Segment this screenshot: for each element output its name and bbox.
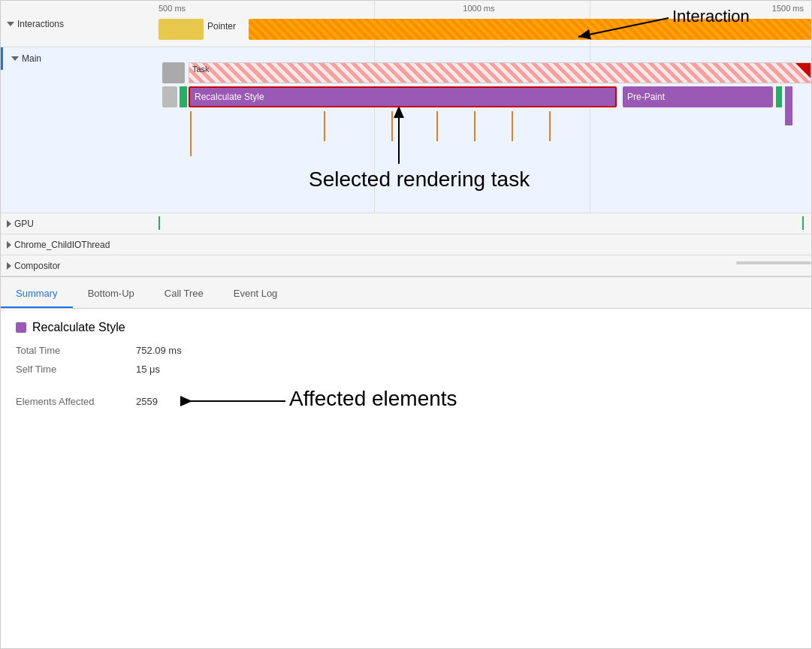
detail-title: Recalculate Style: [16, 321, 796, 334]
task-label: Task: [192, 65, 210, 74]
gpu-green-left: [158, 216, 160, 230]
affected-annotation-label: Affected elements: [289, 387, 457, 410]
svg-line-1: [578, 18, 669, 37]
prepaint-label: Pre-Paint: [627, 92, 665, 102]
collapse-interactions-icon[interactable]: [7, 22, 14, 26]
total-time-row: Total Time 752.09 ms: [16, 345, 796, 356]
tab-bottom-up-label: Bottom-Up: [88, 288, 134, 299]
task-red-corner: [795, 63, 810, 78]
self-time-row: Self Time 15 μs: [16, 364, 796, 375]
tabs-panel: Summary Bottom-Up Call Tree Event Log: [1, 277, 811, 309]
detail-panel: Recalculate Style Total Time 752.09 ms S…: [1, 309, 811, 439]
main-label: Main: [1, 47, 158, 70]
total-time-val: 752.09 ms: [136, 345, 182, 356]
self-time-val: 15 μs: [136, 364, 160, 375]
interactions-timeline: 500 ms 1000 ms 1500 ms Pointer: [158, 1, 811, 47]
affected-inner-row: Elements Affected 2559 Affected elements: [16, 382, 436, 420]
self-time-key: Self Time: [16, 364, 136, 375]
render-annotation-svg: Selected rendering task: [204, 107, 579, 198]
tab-call-tree[interactable]: Call Tree: [149, 280, 219, 308]
detail-color-box: [16, 322, 26, 333]
interactions-text: Interactions: [17, 19, 64, 29]
blue-left-bar: [1, 47, 3, 70]
total-time-key: Total Time: [16, 345, 136, 356]
gpu-text: GPU: [14, 219, 34, 229]
elements-val: 2559: [136, 396, 158, 407]
tab-event-log-label: Event Log: [234, 288, 278, 299]
tab-summary[interactable]: Summary: [1, 280, 73, 308]
recalc-label: Recalculate Style: [195, 92, 264, 102]
expand-child-io-icon[interactable]: [7, 241, 11, 249]
prepaint-bar[interactable]: Pre-Paint: [623, 86, 773, 107]
tab-call-tree-label: Call Tree: [165, 288, 204, 299]
collapse-main-icon[interactable]: [11, 56, 19, 61]
gpu-content: [158, 213, 811, 234]
pointer-label: Pointer: [207, 21, 236, 32]
gpu-row: GPU: [1, 213, 811, 234]
child-io-label: Chrome_ChildIOThread: [1, 240, 158, 250]
tab-bottom-up[interactable]: Bottom-Up: [73, 280, 149, 308]
child-io-row: Chrome_ChildIOThread: [1, 234, 811, 255]
main-timeline: Task Recalculate Style Pre-Paint: [158, 47, 811, 213]
compositor-row: Compositor: [1, 255, 811, 276]
compositor-label: Compositor: [1, 261, 158, 271]
affected-annotation-svg: Affected elements: [165, 382, 436, 420]
detail-title-text: Recalculate Style: [32, 321, 125, 334]
gray-bar-2: [162, 86, 177, 107]
child-io-text: Chrome_ChildIOThread: [14, 240, 110, 250]
interaction-annotation-text: Interaction: [672, 7, 750, 26]
interactions-label: Interactions: [1, 19, 158, 29]
expand-gpu-icon[interactable]: [7, 220, 11, 228]
interaction-arrow: Interaction: [533, 7, 774, 48]
tab-summary-label: Summary: [16, 288, 58, 299]
green-bar-right: [776, 86, 782, 107]
task-bar[interactable]: Task: [189, 62, 811, 83]
main-row: Main Task Recalculate Style Pre-Paint: [1, 47, 811, 213]
gpu-green-right: [802, 216, 804, 230]
gray-bar-1: [162, 62, 185, 83]
timeline-panel: Interactions 500 ms 1000 ms 1500 ms Poin…: [1, 1, 811, 277]
render-annotation-text: Selected rendering task: [309, 168, 530, 191]
compositor-content: [158, 255, 811, 276]
elements-affected-row: Elements Affected 2559 Affected elements: [16, 382, 796, 420]
green-small-bar: [180, 86, 187, 107]
expand-compositor-icon[interactable]: [7, 262, 11, 270]
interactions-row: Interactions 500 ms 1000 ms 1500 ms Poin…: [1, 1, 811, 47]
recalculate-style-bar[interactable]: Recalculate Style: [189, 86, 617, 107]
pointer-yellow-bar: [158, 19, 204, 40]
gpu-label: GPU: [1, 219, 158, 229]
main-text: Main: [22, 53, 41, 64]
purple-right: [785, 86, 792, 125]
orange-left: [190, 111, 192, 156]
time-1000: 1000 ms: [463, 4, 494, 13]
child-io-content: [158, 234, 811, 255]
elements-key: Elements Affected: [16, 396, 136, 407]
time-1500: 1500 ms: [772, 4, 804, 13]
compositor-text: Compositor: [14, 261, 60, 271]
compositor-scrollbar: [736, 261, 811, 264]
time-500: 500 ms: [158, 4, 186, 13]
tab-event-log[interactable]: Event Log: [219, 280, 293, 308]
